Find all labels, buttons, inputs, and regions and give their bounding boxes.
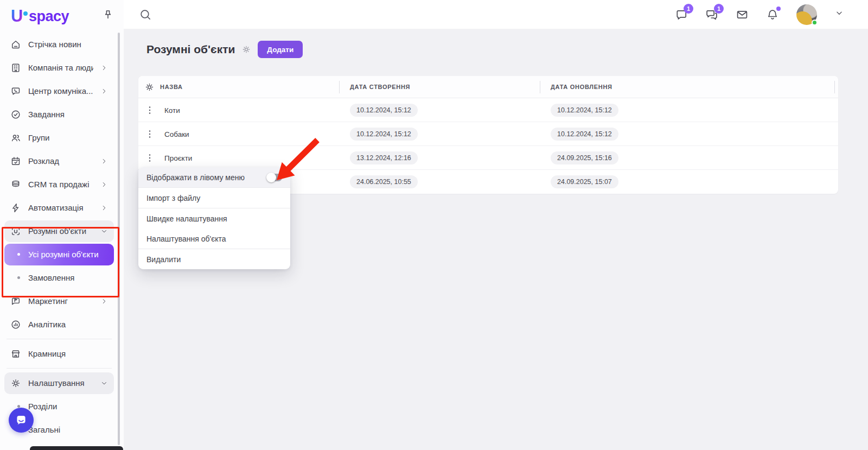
page-title: Розумні об'єкти [146, 43, 235, 56]
row-name[interactable]: Проєкти [164, 146, 192, 170]
add-button[interactable]: Додати [258, 41, 303, 58]
table-row[interactable]: Коти 10.12.2024, 15:12 10.12.2024, 15:12 [138, 98, 838, 122]
mail-icon[interactable] [736, 8, 749, 21]
column-header-name[interactable]: НАЗВА [160, 84, 183, 90]
uspacy-app: Uspacy Стрічка новин Компанія та люди Це… [0, 0, 868, 450]
row-context-menu: Відображати в лівому меню Імпорт з файлу… [138, 167, 290, 269]
menu-item-show-in-left-menu[interactable]: Відображати в лівому меню [138, 167, 290, 187]
row-created-date: 10.12.2024, 15:12 [350, 128, 418, 141]
column-divider[interactable] [339, 81, 340, 93]
column-header-created[interactable]: ДАТА СТВОРЕННЯ [350, 84, 410, 90]
profile-chevron-down-icon[interactable] [834, 8, 844, 21]
sidebar-item-label: Розумні об'єкти [28, 226, 93, 236]
row-name[interactable]: Собаки [164, 122, 189, 146]
logo-dot [23, 11, 28, 16]
menu-item-object-settings[interactable]: Налаштування об'єкта [138, 229, 290, 249]
chevron-right-icon [100, 87, 108, 95]
row-actions-kebab-icon[interactable] [144, 128, 155, 140]
sidebar-item-analytics[interactable]: Аналітика [4, 314, 114, 335]
sidebar-item-feed[interactable]: Стрічка новин [4, 34, 114, 55]
sidebar-item-marketing[interactable]: Маркетинг [4, 290, 114, 312]
row-name[interactable]: Коти [164, 98, 180, 122]
pin-sidebar-icon[interactable] [102, 9, 115, 22]
sidebar-item-company[interactable]: Компанія та люди [4, 57, 114, 79]
sidebar-item-label: Стрічка новин [28, 40, 108, 49]
table-header: НАЗВА ДАТА СТВОРЕННЯ ДАТА ОНОВЛЕННЯ [138, 76, 838, 98]
marketing-icon [10, 296, 21, 307]
menu-item-label: Імпорт з файлу [146, 194, 200, 202]
table-row[interactable]: Проєкти 13.12.2024, 12:16 24.09.2025, 15… [138, 146, 838, 170]
search-icon[interactable] [139, 8, 152, 21]
sidebar-item-crm[interactable]: CRM та продажі [4, 174, 114, 195]
support-chat-launcher[interactable] [9, 408, 34, 433]
show-in-left-menu-toggle[interactable] [267, 174, 282, 181]
sidebar-item-label: Завдання [28, 110, 108, 119]
row-actions-kebab-icon[interactable] [144, 152, 155, 164]
logo-text: spacy [29, 8, 69, 25]
row-updated-date: 24.09.2025, 15:16 [551, 151, 618, 164]
topbar-actions: 1 1 [675, 0, 844, 29]
messenger-badge: 1 [684, 4, 693, 14]
team-chats-icon[interactable]: 1 [705, 8, 718, 21]
sidebar-item-automation[interactable]: Автоматизація [4, 197, 114, 219]
uspacy-logo[interactable]: Uspacy [11, 7, 69, 26]
logo-letter-u: U [11, 7, 23, 26]
chevron-right-icon [100, 204, 108, 212]
sidebar-subitem-all-smart-objects[interactable]: Усі розумні об'єкти [4, 244, 114, 265]
bell-icon[interactable] [766, 8, 779, 21]
toggle-knob [266, 173, 276, 182]
sidebar-item-communication[interactable]: Центр комуніка... [4, 80, 114, 102]
chevron-down-icon [100, 379, 108, 387]
sidebar-subitem-orders[interactable]: Замовлення [4, 267, 114, 289]
sidebar: Uspacy Стрічка новин Компанія та люди Це… [0, 0, 124, 450]
team-chats-badge: 1 [714, 4, 724, 14]
menu-item-quick-setup[interactable]: Швидке налаштування [138, 208, 290, 229]
row-created-date: 24.06.2025, 10:55 [350, 175, 418, 188]
sidebar-item-schedule[interactable]: Розклад [4, 150, 114, 172]
sidebar-item-label: Усі розумні об'єкти [28, 250, 108, 259]
sidebar-item-settings[interactable]: Налаштування [4, 372, 114, 394]
chevron-down-icon [100, 227, 108, 235]
sidebar-item-label: Замовлення [28, 273, 108, 282]
column-divider[interactable] [834, 81, 835, 93]
sidebar-item-label: Крамниця [28, 349, 108, 358]
sidebar-nav: Стрічка новин Компанія та люди Центр ком… [0, 33, 118, 441]
sidebar-item-tasks[interactable]: Завдання [4, 104, 114, 125]
sidebar-divider [7, 368, 112, 369]
row-updated-date: 24.09.2025, 15:07 [551, 175, 618, 188]
page-header: Розумні об'єкти Додати [146, 41, 303, 58]
home-icon [10, 39, 21, 50]
menu-item-import-from-file[interactable]: Імпорт з файлу [138, 188, 290, 208]
messenger-icon[interactable]: 1 [675, 8, 688, 21]
sidebar-item-groups[interactable]: Групи [4, 127, 114, 149]
schedule-icon [10, 156, 21, 167]
avatar[interactable] [796, 4, 817, 25]
page-settings-gear-icon[interactable] [241, 45, 251, 54]
row-updated-date: 10.12.2024, 15:12 [551, 104, 618, 117]
row-actions-kebab-icon[interactable] [144, 104, 155, 116]
bullet-icon [17, 253, 20, 256]
sidebar-item-label: Аналітика [28, 320, 108, 329]
sidebar-item-shop[interactable]: Крамниця [4, 343, 114, 365]
menu-item-delete[interactable]: Видалити [138, 249, 290, 269]
settings-gear-icon [10, 378, 21, 389]
sidebar-item-label: CRM та продажі [28, 180, 93, 189]
column-divider[interactable] [540, 81, 540, 93]
column-header-updated[interactable]: ДАТА ОНОВЛЕННЯ [551, 84, 612, 90]
topbar: 1 1 [124, 0, 868, 29]
sidebar-item-label: Компанія та люди [28, 63, 93, 72]
menu-item-label: Налаштування об'єкта [146, 234, 226, 243]
menu-item-label: Відображати в лівому меню [146, 173, 245, 182]
sidebar-item-label: Налаштування [28, 378, 93, 388]
sidebar-scrollbar[interactable] [118, 33, 120, 445]
support-chat-bubble-icon [14, 413, 28, 427]
smart-objects-icon [10, 226, 21, 237]
row-created-date: 13.12.2024, 12:16 [350, 151, 418, 164]
groups-icon [10, 132, 21, 143]
table-row[interactable]: Собаки 10.12.2024, 15:12 10.12.2024, 15:… [138, 122, 838, 146]
tasks-icon [10, 109, 21, 120]
sidebar-item-label: Розділи [28, 402, 108, 411]
sidebar-item-smart-objects[interactable]: Розумні об'єкти [4, 220, 114, 242]
column-settings-gear-icon[interactable] [144, 82, 155, 92]
chevron-right-icon [100, 297, 108, 305]
